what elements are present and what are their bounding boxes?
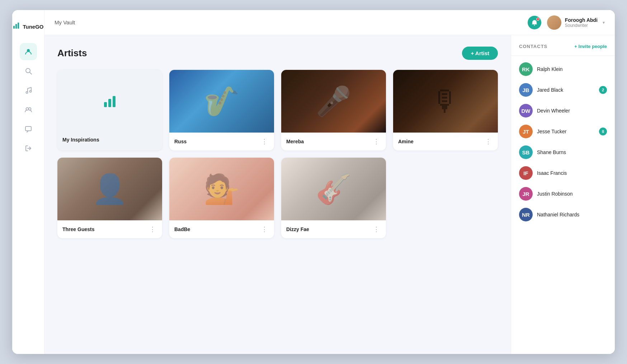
contact-name-justin: Justin Robinson xyxy=(537,191,607,197)
svg-rect-13 xyxy=(104,102,107,107)
contact-avatar-jared: JB xyxy=(519,83,533,97)
contacts-title: CONTACTS xyxy=(519,44,547,49)
artist-card-mereba[interactable]: 🎤 Mereba ⋮ xyxy=(281,70,386,150)
svg-point-4 xyxy=(26,68,30,73)
notification-button[interactable] xyxy=(528,16,541,29)
sidebar-item-messages[interactable] xyxy=(20,120,37,138)
user-name: Foroogh Abdi xyxy=(565,17,598,23)
artist-menu-threeguests[interactable]: ⋮ xyxy=(148,225,157,234)
add-artist-button[interactable]: + Artist xyxy=(462,47,498,60)
sidebar-nav xyxy=(12,43,44,157)
russ-silhouette: 🎷 xyxy=(204,85,240,118)
contact-avatar-justin: JR xyxy=(519,187,533,201)
badbe-silhouette: 💁 xyxy=(204,172,240,206)
logo[interactable]: TuneGO xyxy=(13,17,43,40)
artist-card-image-mereba: 🎤 xyxy=(281,70,386,133)
svg-point-7 xyxy=(29,91,31,92)
svg-point-12 xyxy=(534,24,535,25)
artists-header: Artists + Artist xyxy=(57,47,498,60)
artist-card-inspirations[interactable]: My Inspirations xyxy=(57,70,162,150)
artist-card-amine[interactable]: 🎙 Amine ⋮ xyxy=(393,70,498,150)
invite-people-button[interactable]: + Invite people xyxy=(574,44,607,49)
artist-card-image-amine: 🎙 xyxy=(393,70,498,133)
contact-name-devin: Devin Wheeler xyxy=(537,108,607,114)
svg-line-5 xyxy=(30,72,32,74)
artist-menu-badbe[interactable]: ⋮ xyxy=(260,225,269,234)
sidebar-item-logout[interactable] xyxy=(20,140,37,157)
mereba-silhouette: 🎤 xyxy=(316,85,352,118)
dizzyfae-silhouette: 🎸 xyxy=(316,172,352,206)
contacts-header: CONTACTS + Invite people xyxy=(511,44,615,56)
contact-avatar-shane: SB xyxy=(519,145,533,159)
artist-name-amine: Amine xyxy=(398,139,414,144)
artist-menu-amine[interactable]: ⋮ xyxy=(484,137,493,146)
sidebar: TuneGO xyxy=(12,10,44,354)
contact-item-nathaniel[interactable]: NR Nathaniel Richards xyxy=(511,204,615,225)
contact-avatar-devin: DW xyxy=(519,104,533,118)
user-text: Foroogh Abdi Soundwriter xyxy=(565,17,598,28)
contact-item-justin[interactable]: JR Justin Robinson xyxy=(511,183,615,204)
svg-rect-0 xyxy=(13,26,15,29)
contact-name-ralph: Ralph Klein xyxy=(537,66,607,72)
artist-card-image-russ: 🎷 xyxy=(169,70,274,133)
artist-menu-mereba[interactable]: ⋮ xyxy=(372,137,381,146)
artist-card-image-inspirations xyxy=(57,70,162,133)
user-info[interactable]: Foroogh Abdi Soundwriter ▾ xyxy=(547,15,605,30)
contact-item-devin[interactable]: DW Devin Wheeler xyxy=(511,100,615,121)
contact-item-ralph[interactable]: RK Ralph Klein xyxy=(511,59,615,80)
notification-dot xyxy=(536,18,539,21)
sidebar-item-music[interactable] xyxy=(20,82,37,99)
sidebar-item-artists[interactable] xyxy=(20,101,37,118)
contact-badge-jesse: 8 xyxy=(599,128,607,135)
contact-name-jesse: Jesse Tucker xyxy=(537,129,595,134)
contact-item-isaac[interactable]: IF Isaac Francis xyxy=(511,163,615,183)
main-area: My Vault Foroogh Abdi Soundwriter xyxy=(44,10,615,354)
artist-menu-dizzyfae[interactable]: ⋮ xyxy=(372,225,381,234)
page-content: Artists + Artist xyxy=(44,35,615,354)
artists-grid: My Inspirations 🎷 Russ ⋮ xyxy=(57,70,498,238)
sidebar-item-profile[interactable] xyxy=(20,43,37,60)
top-header: My Vault Foroogh Abdi Soundwriter xyxy=(44,10,615,35)
contact-avatar-jesse: JT xyxy=(519,125,533,138)
svg-rect-2 xyxy=(18,23,19,29)
contacts-sidebar: CONTACTS + Invite people RK Ralph Klein … xyxy=(511,35,615,354)
artist-card-footer-russ: Russ ⋮ xyxy=(169,133,274,150)
breadcrumb: My Vault xyxy=(55,19,75,25)
user-role: Soundwriter xyxy=(565,23,598,28)
artist-card-threeguests[interactable]: 👤 Three Guests ⋮ xyxy=(57,158,162,238)
artist-name-threeguests: Three Guests xyxy=(62,226,94,232)
artist-card-russ[interactable]: 🎷 Russ ⋮ xyxy=(169,70,274,150)
artist-card-dizzyfae[interactable]: 🎸 Dizzy Fae ⋮ xyxy=(281,158,386,238)
contact-item-shane[interactable]: SB Shane Burns xyxy=(511,142,615,163)
artist-menu-russ[interactable]: ⋮ xyxy=(260,137,269,146)
chevron-down-icon: ▾ xyxy=(603,20,605,25)
user-avatar xyxy=(547,15,561,30)
artist-name-inspirations: My Inspirations xyxy=(62,137,99,143)
artist-card-footer-amine: Amine ⋮ xyxy=(393,133,498,150)
contact-name-isaac: Isaac Francis xyxy=(537,170,607,176)
contact-item-jared[interactable]: JB Jared Black 2 xyxy=(511,80,615,100)
artist-card-image-threeguests: 👤 xyxy=(57,158,162,220)
contact-name-shane: Shane Burns xyxy=(537,149,607,155)
contact-name-nathaniel: Nathaniel Richards xyxy=(537,212,607,217)
contacts-list: RK Ralph Klein JB Jared Black 2 DW Devin… xyxy=(511,56,615,345)
artist-card-footer-dizzyfae: Dizzy Fae ⋮ xyxy=(281,220,386,238)
contact-avatar-isaac: IF xyxy=(519,166,533,180)
contact-item-jesse[interactable]: JT Jesse Tucker 8 xyxy=(511,121,615,142)
artist-card-image-badbe: 💁 xyxy=(169,158,274,220)
artist-name-russ: Russ xyxy=(174,139,187,144)
artist-card-footer-badbe: BadBe ⋮ xyxy=(169,220,274,238)
artist-card-footer-mereba: Mereba ⋮ xyxy=(281,133,386,150)
svg-rect-10 xyxy=(25,126,31,131)
contact-badge-jared: 2 xyxy=(599,86,607,94)
artist-name-badbe: BadBe xyxy=(174,226,190,232)
sidebar-item-search[interactable] xyxy=(20,62,37,80)
artist-card-footer-threeguests: Three Guests ⋮ xyxy=(57,220,162,238)
page-title: Artists xyxy=(57,48,87,59)
artist-card-badbe[interactable]: 💁 BadBe ⋮ xyxy=(169,158,274,238)
contact-avatar-nathaniel: NR xyxy=(519,208,533,221)
artist-card-image-dizzyfae: 🎸 xyxy=(281,158,386,220)
amine-silhouette: 🎙 xyxy=(431,85,460,118)
logo-text: TuneGO xyxy=(23,24,43,30)
svg-rect-1 xyxy=(15,24,17,29)
